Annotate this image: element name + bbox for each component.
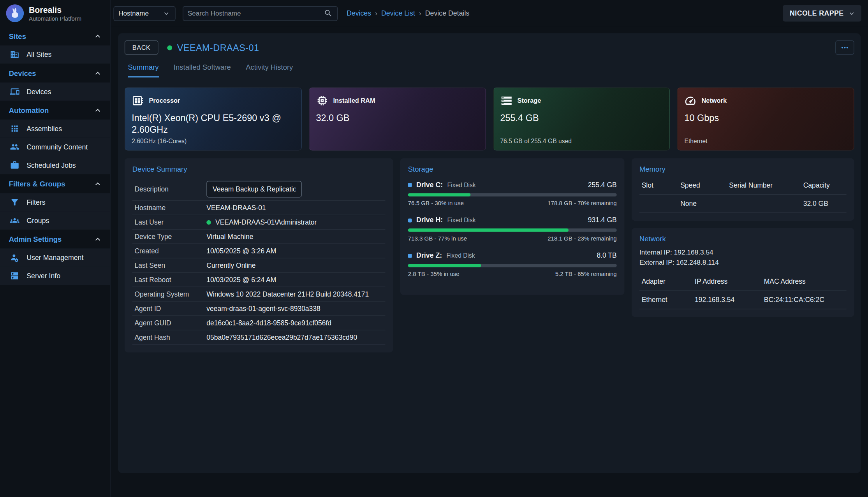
device-summary-label: Description: [134, 185, 206, 193]
sidebar-item-label: Devices: [26, 88, 51, 95]
sidebar-section-devices[interactable]: Devices: [0, 63, 110, 82]
right-column: Memory SlotSpeedSerial NumberCapacityNon…: [632, 158, 854, 318]
device-details-container: BACK VEEAM-DRAAS-01 SummaryInstalled Sof…: [118, 33, 861, 473]
stat-card-subtitle: Ethernet: [684, 138, 707, 144]
breadcrumb-devices[interactable]: Devices: [347, 9, 371, 17]
device-summary-row: Last UserVEEAM-DRAAS-01\Administrator: [132, 215, 386, 230]
sidebar-section-automation[interactable]: Automation: [0, 101, 110, 119]
sidebar-item-groups[interactable]: Groups: [0, 211, 110, 230]
description-input[interactable]: [206, 181, 302, 197]
sidebar-section-sites[interactable]: Sites: [0, 26, 110, 45]
tab-installed-software[interactable]: Installed Software: [174, 63, 231, 77]
drive-name: Drive Z:: [416, 252, 442, 260]
table-cell: None: [680, 200, 729, 207]
drive-type: Fixed Disk: [447, 181, 476, 188]
device-summary-value: 05ba0e7935171d626ecea29b27d7ae175363cd90: [206, 334, 357, 341]
community-icon: [10, 142, 19, 151]
table-cell: 32.0 GB: [803, 200, 844, 207]
drive-usage-bar: [408, 264, 617, 267]
stat-card-subtitle: 2.60GHz (16-Cores): [132, 138, 187, 144]
drive-size: 8.0 TB: [597, 252, 616, 260]
brand-text: Borealis Automation Platform: [29, 5, 81, 21]
sidebar-item-label: Groups: [26, 217, 49, 225]
sidebar-item-all-sites[interactable]: All Sites: [0, 46, 110, 64]
table-cell: BC:24:11:CA:C6:2C: [764, 296, 844, 304]
drive-used: 2.8 TB - 35% in use: [408, 270, 460, 277]
device-summary-row: Last SeenCurrently Online: [132, 258, 386, 273]
chevron-up-icon: [93, 68, 102, 78]
network-panel: Network Internal IP: 192.168.3.54 Extern…: [632, 228, 854, 317]
sidebar-section-admin-settings[interactable]: Admin Settings: [0, 230, 110, 248]
jobs-icon: [10, 160, 19, 170]
sidebar-item-label: Assemblies: [26, 125, 62, 133]
drive-usage-bar: [408, 193, 617, 197]
sidebar-item-filters[interactable]: Filters: [0, 193, 110, 211]
page-title: VEEAM-DRAAS-01: [177, 42, 259, 53]
device-summary-row: Agent GUIDde16c0c1-8aa2-4d18-9585-9ce91c…: [132, 316, 386, 330]
user-menu-button[interactable]: NICOLE RAPPE: [783, 5, 861, 22]
sidebar-item-assemblies[interactable]: Assemblies: [0, 119, 110, 138]
hostname-filter-select[interactable]: Hostname: [113, 6, 175, 21]
device-summary-value-text: VEEAM-DRAAS-01\Administrator: [215, 218, 317, 226]
storage-drive: Drive H:Fixed Disk931.4 GB713.3 GB - 77%…: [408, 216, 617, 242]
search-input[interactable]: [188, 9, 324, 17]
sidebar-item-scheduled-jobs[interactable]: Scheduled Jobs: [0, 156, 110, 174]
drive-stats: 713.3 GB - 77% in use218.1 GB - 23% rema…: [408, 235, 617, 242]
back-button[interactable]: BACK: [125, 40, 158, 55]
stat-card-subtitle: 76.5 GB of 255.4 GB used: [500, 138, 571, 144]
device-summary-row: Last Reboot10/03/2025 @ 6:24 AM: [132, 273, 386, 287]
table-header-row: AdapterIP AddressMAC Address: [639, 273, 847, 291]
filters-icon: [10, 198, 19, 207]
page-header: BACK VEEAM-DRAAS-01: [125, 40, 854, 55]
stat-card-head: Network: [684, 95, 847, 107]
device-summary-label: Created: [134, 247, 206, 255]
sidebar-section-label: Devices: [9, 69, 93, 77]
breadcrumb-separator: ›: [375, 9, 377, 17]
sidebar-section-label: Automation: [9, 106, 93, 114]
drive-head: Drive Z:Fixed Disk8.0 TB: [408, 252, 617, 260]
device-summary-value: Virtual Machine: [206, 233, 253, 241]
column-header: IP Address: [695, 278, 764, 286]
breadcrumb: Devices›Device List›Device Details: [347, 9, 469, 17]
breadcrumb-device-list[interactable]: Device List: [381, 9, 415, 17]
brand: Borealis Automation Platform: [0, 0, 110, 26]
sidebar-item-devices[interactable]: Devices: [0, 83, 110, 101]
storage-drive: Drive Z:Fixed Disk8.0 TB2.8 TB - 35% in …: [408, 252, 617, 277]
sidebar-item-label: User Management: [26, 254, 83, 262]
chevron-up-icon: [93, 179, 102, 188]
breadcrumb-device-details: Device Details: [425, 9, 470, 17]
device-summary-label: Last Reboot: [134, 276, 206, 284]
column-header: Serial Number: [729, 181, 803, 189]
device-summary-value: de16c0c1-8aa2-4d18-9585-9ce91cf056fd: [206, 319, 331, 327]
table-cell: [642, 200, 681, 207]
sidebar-item-user-management[interactable]: User Management: [0, 248, 110, 267]
device-summary-label: Last User: [134, 218, 206, 226]
device-summary-table: DescriptionHostnameVEEAM-DRAAS-01Last Us…: [132, 177, 386, 344]
stat-card-processor: ProcessorIntel(R) Xeon(R) CPU E5-2690 v3…: [125, 88, 302, 151]
drive-used: 76.5 GB - 30% in use: [408, 200, 464, 206]
sidebar-item-label: Server Info: [26, 272, 60, 280]
devices-icon: [10, 87, 19, 96]
device-summary-label: Last Seen: [134, 262, 206, 269]
table-row: None32.0 GB: [639, 195, 847, 213]
storage-icon: [500, 95, 512, 107]
network-table: AdapterIP AddressMAC AddressEthernet192.…: [639, 273, 847, 309]
device-summary-label: Hostname: [134, 204, 206, 212]
table-header-row: SlotSpeedSerial NumberCapacity: [639, 176, 847, 195]
sidebar-item-server-info[interactable]: Server Info: [0, 267, 110, 285]
device-summary-label: Agent ID: [134, 305, 206, 313]
tab-activity-history[interactable]: Activity History: [246, 63, 293, 77]
sidebar-section-filters-groups[interactable]: Filters & Groups: [0, 174, 110, 193]
chevron-up-icon: [93, 105, 102, 115]
tab-summary[interactable]: Summary: [128, 63, 158, 77]
device-summary-label: Agent Hash: [134, 334, 206, 341]
more-actions-button[interactable]: [835, 40, 854, 55]
sidebar-item-community-content[interactable]: Community Content: [0, 138, 110, 156]
device-summary-row: Description: [132, 177, 386, 201]
device-summary-row: Created10/05/2025 @ 3:26 AM: [132, 244, 386, 258]
device-summary-value: 10/03/2025 @ 6:24 AM: [206, 276, 276, 284]
drive-used: 713.3 GB - 77% in use: [408, 235, 467, 242]
memory-table: SlotSpeedSerial NumberCapacityNone32.0 G…: [639, 176, 847, 213]
drive-type: Fixed Disk: [447, 217, 476, 223]
stat-card-title: Network: [702, 97, 727, 104]
